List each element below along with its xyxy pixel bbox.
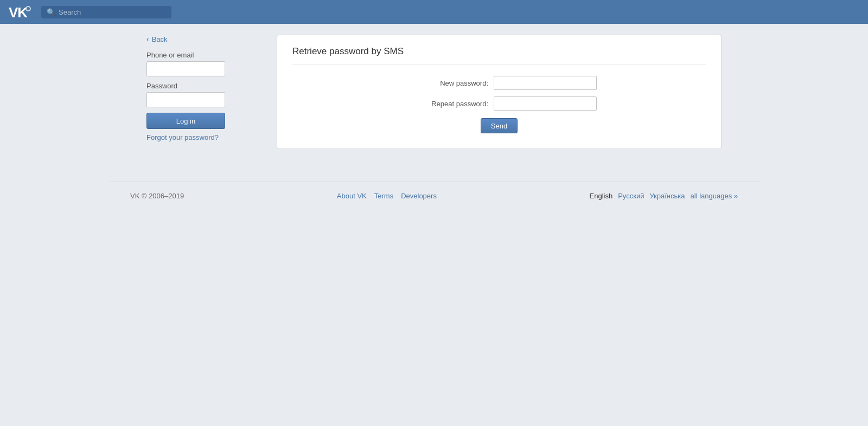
footer-copyright: VK © 2006–2019 xyxy=(130,192,184,200)
login-form: Phone or email Password Log in Forgot yo… xyxy=(146,51,266,141)
logo-icon: VK xyxy=(9,4,33,20)
left-panel: ‹ Back Phone or email Password Log in Fo… xyxy=(136,35,277,149)
back-link[interactable]: ‹ Back xyxy=(146,35,266,43)
card-title: Retrieve password by SMS xyxy=(292,46,706,65)
svg-text:VK: VK xyxy=(9,4,28,20)
repeat-password-input[interactable] xyxy=(494,96,597,111)
footer-links: About VK Terms Developers xyxy=(337,192,437,200)
footer: VK © 2006–2019 About VK Terms Developers… xyxy=(108,182,760,210)
search-icon: 🔍 xyxy=(47,8,55,16)
search-bar: 🔍 xyxy=(41,6,171,18)
repeat-password-group: Repeat password: xyxy=(292,96,706,111)
main-content: ‹ Back Phone or email Password Log in Fo… xyxy=(136,24,732,149)
footer-link-terms[interactable]: Terms xyxy=(374,192,393,200)
new-password-input[interactable] xyxy=(494,76,597,90)
search-input[interactable] xyxy=(59,8,166,16)
send-button[interactable]: Send xyxy=(481,118,518,133)
new-password-group: New password: xyxy=(292,76,706,90)
footer-languages: English Русский Українська all languages… xyxy=(590,192,738,200)
header: VK 🔍 xyxy=(0,0,868,24)
footer-link-developers[interactable]: Developers xyxy=(401,192,437,200)
password-label: Password xyxy=(146,82,266,90)
phone-email-input[interactable] xyxy=(146,61,225,76)
back-label: Back xyxy=(152,35,168,43)
phone-email-label: Phone or email xyxy=(146,51,266,59)
svg-point-2 xyxy=(27,7,30,10)
lang-ukrainian[interactable]: Українська xyxy=(649,192,685,200)
back-arrow-icon: ‹ xyxy=(146,35,149,43)
new-password-label: New password: xyxy=(401,79,488,87)
lang-russian[interactable]: Русский xyxy=(618,192,644,200)
footer-link-about[interactable]: About VK xyxy=(337,192,367,200)
login-button[interactable]: Log in xyxy=(146,113,225,129)
repeat-password-label: Repeat password: xyxy=(401,100,488,108)
lang-english[interactable]: English xyxy=(590,192,613,200)
forgot-password-link[interactable]: Forgot your password? xyxy=(146,133,266,141)
lang-all[interactable]: all languages » xyxy=(691,192,738,200)
send-button-wrap: Send xyxy=(292,118,706,133)
password-input[interactable] xyxy=(146,92,225,107)
logo[interactable]: VK xyxy=(9,4,33,20)
recovery-card: Retrieve password by SMS New password: R… xyxy=(277,35,722,149)
